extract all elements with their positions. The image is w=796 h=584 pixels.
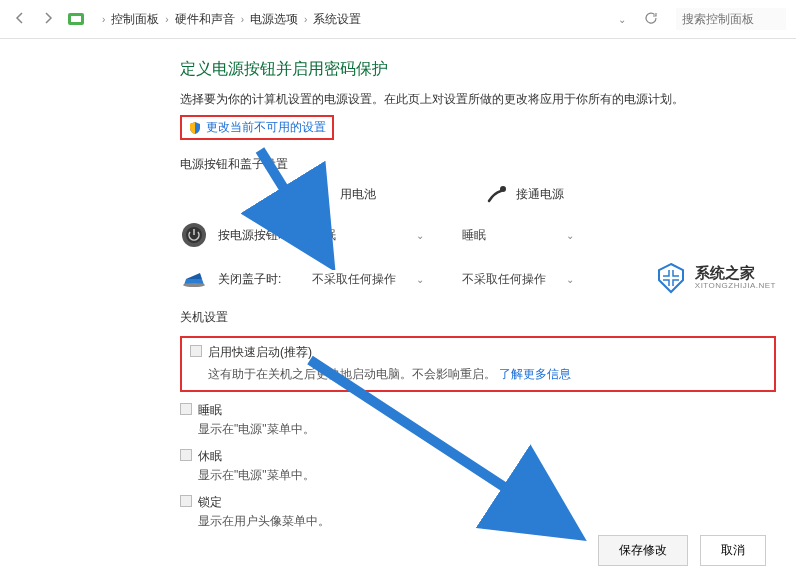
- chevron-down-icon: ⌄: [416, 274, 424, 285]
- close-lid-plugged-select[interactable]: 不采取任何操作 ⌄: [458, 269, 578, 290]
- select-value: 不采取任何操作: [312, 271, 396, 288]
- watermark: 系统之家 XITONGZHIJIA.NET: [653, 260, 776, 296]
- fast-startup-checkbox-row: 启用快速启动(推荐): [190, 344, 766, 361]
- page-description: 选择要为你的计算机设置的电源设置。在此页上对设置所做的更改将应用于你所有的电源计…: [180, 90, 776, 109]
- chevron-down-icon: ⌄: [566, 230, 574, 241]
- battery-column-header: 用电池: [310, 183, 376, 205]
- cancel-button[interactable]: 取消: [700, 535, 766, 566]
- link-text: 更改当前不可用的设置: [206, 119, 326, 136]
- search-input[interactable]: [676, 8, 786, 30]
- page-title: 定义电源按钮并启用密码保护: [180, 59, 776, 80]
- checkbox-label: 启用快速启动(推荐): [208, 344, 312, 361]
- change-unavailable-settings-link[interactable]: 更改当前不可用的设置: [180, 115, 334, 140]
- svg-point-7: [183, 283, 205, 287]
- control-panel-icon: [66, 9, 86, 29]
- chevron-down-icon: ⌄: [416, 230, 424, 241]
- power-columns-header: 用电池 接通电源: [310, 183, 776, 205]
- breadcrumb-item[interactable]: 系统设置: [313, 11, 361, 28]
- breadcrumb-item[interactable]: 硬件和声音: [175, 11, 235, 28]
- option-desc: 显示在"电源"菜单中。: [198, 421, 776, 438]
- chevron-down-icon: ⌄: [566, 274, 574, 285]
- fast-startup-checkbox[interactable]: [190, 345, 202, 357]
- checkbox-label: 锁定: [198, 494, 222, 511]
- shutdown-section: 关机设置 启用快速启动(推荐) 这有助于在关机之后更快地启动电脑。不会影响重启。…: [180, 309, 776, 530]
- svg-rect-1: [71, 16, 81, 22]
- battery-icon: [310, 183, 332, 205]
- breadcrumb: › 控制面板 › 硬件和声音 › 电源选项 › 系统设置: [102, 11, 610, 28]
- hibernate-checkbox[interactable]: [180, 449, 192, 461]
- topbar: › 控制面板 › 硬件和声音 › 电源选项 › 系统设置 ⌄: [0, 0, 796, 39]
- select-value: 睡眠: [462, 227, 486, 244]
- option-desc: 显示在"电源"菜单中。: [198, 467, 776, 484]
- desc-text: 这有助于在关机之后更快地启动电脑。不会影响重启。: [208, 367, 496, 381]
- section-title: 电源按钮和盖子设置: [180, 156, 776, 173]
- chevron-right-icon: ›: [304, 14, 307, 25]
- watermark-en: XITONGZHIJIA.NET: [695, 282, 776, 291]
- power-button-plugged-select[interactable]: 睡眠 ⌄: [458, 225, 578, 246]
- shield-icon: [188, 121, 202, 135]
- watermark-logo-icon: [653, 260, 689, 296]
- select-value: 不采取任何操作: [462, 271, 546, 288]
- plug-icon: [486, 183, 508, 205]
- column-label: 用电池: [340, 186, 376, 203]
- save-button[interactable]: 保存修改: [598, 535, 688, 566]
- nav-back-icon[interactable]: [10, 11, 30, 27]
- plugged-column-header: 接通电源: [486, 183, 564, 205]
- column-label: 接通电源: [516, 186, 564, 203]
- sleep-checkbox[interactable]: [180, 403, 192, 415]
- lock-option: 锁定 显示在用户头像菜单中。: [180, 494, 776, 530]
- row-label: 按电源按钮时:: [218, 227, 308, 244]
- chevron-down-icon[interactable]: ⌄: [618, 14, 626, 25]
- svg-point-4: [500, 186, 506, 192]
- row-label: 关闭盖子时:: [218, 271, 308, 288]
- power-button-battery-select[interactable]: 睡眠 ⌄: [308, 225, 428, 246]
- lock-checkbox[interactable]: [180, 495, 192, 507]
- fast-startup-box: 启用快速启动(推荐) 这有助于在关机之后更快地启动电脑。不会影响重启。 了解更多…: [180, 336, 776, 392]
- checkbox-label: 睡眠: [198, 402, 222, 419]
- select-value: 睡眠: [312, 227, 336, 244]
- svg-rect-3: [318, 185, 324, 188]
- close-lid-battery-select[interactable]: 不采取任何操作 ⌄: [308, 269, 428, 290]
- sleep-option: 睡眠 显示在"电源"菜单中。: [180, 402, 776, 438]
- breadcrumb-item[interactable]: 控制面板: [111, 11, 159, 28]
- option-desc: 显示在用户头像菜单中。: [198, 513, 776, 530]
- refresh-icon[interactable]: [644, 11, 658, 28]
- svg-rect-2: [316, 188, 326, 202]
- chevron-right-icon: ›: [165, 14, 168, 25]
- watermark-cn: 系统之家: [695, 265, 776, 282]
- breadcrumb-item[interactable]: 电源选项: [250, 11, 298, 28]
- power-button-row: 按电源按钮时: 睡眠 ⌄ 睡眠 ⌄: [180, 221, 776, 249]
- section-title: 关机设置: [180, 309, 776, 326]
- learn-more-link[interactable]: 了解更多信息: [499, 367, 571, 381]
- fast-startup-desc: 这有助于在关机之后更快地启动电脑。不会影响重启。 了解更多信息: [208, 365, 766, 384]
- hibernate-option: 休眠 显示在"电源"菜单中。: [180, 448, 776, 484]
- nav-forward-icon[interactable]: [38, 11, 58, 27]
- chevron-right-icon: ›: [241, 14, 244, 25]
- checkbox-label: 休眠: [198, 448, 222, 465]
- chevron-right-icon: ›: [102, 14, 105, 25]
- power-button-icon: [180, 221, 208, 249]
- footer-buttons: 保存修改 取消: [598, 535, 766, 566]
- laptop-lid-icon: [180, 265, 208, 293]
